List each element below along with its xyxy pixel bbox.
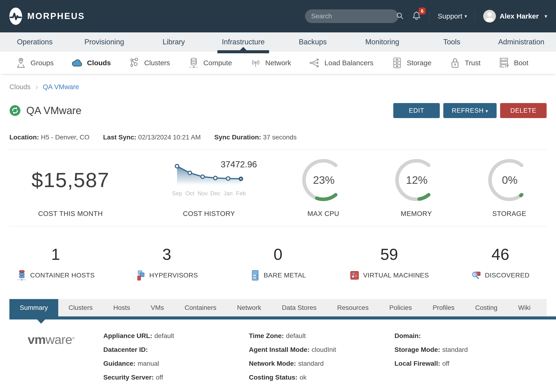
trust-icon [449, 57, 461, 69]
app-header: MORPHEUS 6 Support ▾ Alex Harker ▾ [0, 0, 556, 32]
storage-icon [391, 57, 403, 69]
subnav-item-label: Trust [465, 59, 480, 67]
subnav-item-load-balancers[interactable]: Load Balancers [309, 57, 373, 69]
tab-clusters[interactable]: Clusters [58, 299, 103, 316]
data-point-dec [214, 176, 217, 180]
nav-item-label: Provisioning [85, 38, 124, 46]
divider [429, 11, 430, 22]
search-box[interactable] [305, 9, 398, 23]
nav-item-administration[interactable]: Administration [486, 32, 556, 52]
vmware-logo: vmware® [9, 332, 103, 388]
delete-button[interactable]: DELETE [500, 103, 547, 118]
field-label: Time Zone: [249, 332, 284, 339]
discovered-icon [471, 270, 482, 281]
nav-item-operations[interactable]: Operations [0, 32, 70, 52]
active-tab-pointer [37, 319, 45, 324]
virtual-machines-icon [349, 270, 360, 281]
tab-wiki[interactable]: Wiki [508, 299, 541, 316]
count-value: 1 [51, 245, 60, 263]
subnav-item-storage[interactable]: Storage [391, 57, 431, 69]
edit-button[interactable]: EDIT [393, 103, 440, 118]
subnav-item-clusters[interactable]: Clusters [129, 57, 170, 69]
count-label: DISCOVERED [471, 270, 529, 281]
memory-gauge: 12% MEMORY [370, 151, 463, 218]
breadcrumb-clouds-link[interactable]: Clouds [9, 83, 31, 91]
field-label: Storage Mode: [394, 346, 440, 353]
tab-summary[interactable]: Summary [9, 299, 58, 316]
data-point-oct [188, 171, 192, 175]
memory-label: MEMORY [401, 210, 432, 218]
subnav-item-clouds[interactable]: Clouds [71, 57, 111, 69]
nav-item-provisioning[interactable]: Provisioning [70, 32, 139, 52]
meta-last-sync-: Last Sync:02/13/2024 10:21 AM [103, 134, 201, 141]
count-label-text: CONTAINER HOSTS [30, 272, 95, 279]
search-input[interactable] [311, 12, 396, 20]
field-costing-status-: Costing Status:ok [249, 374, 394, 381]
nav-item-label: Library [163, 38, 185, 46]
tab-resources[interactable]: Resources [327, 299, 379, 316]
nav-item-label: Monitoring [365, 38, 399, 46]
support-menu[interactable]: Support ▾ [438, 12, 467, 20]
tab-profiles[interactable]: Profiles [422, 299, 465, 316]
subnav-item-groups[interactable]: Groups [15, 57, 54, 69]
notifications-button[interactable]: 6 [412, 11, 421, 22]
nav-item-label: Operations [17, 38, 53, 46]
meta-sync-duration-: Sync Duration:37 seconds [214, 134, 297, 141]
compute-icon [188, 57, 200, 69]
nav-item-monitoring[interactable]: Monitoring [348, 32, 417, 52]
summary-column-3: Domain:Storage Mode:standardLocal Firewa… [394, 332, 540, 388]
meta-value: 37 seconds [263, 134, 297, 141]
nav-item-library[interactable]: Library [139, 32, 208, 52]
bell-icon [412, 17, 421, 21]
chevron-right-icon: › [35, 85, 38, 89]
resource-counts-row: 1CONTAINER HOSTS3HYPERVISORS0BARE METAL5… [0, 226, 556, 281]
field-appliance-url-: Appliance URL:default [103, 332, 249, 340]
count-virtual-machines: 59VIRTUAL MACHINES [334, 245, 445, 281]
page-header-row: QA VMware EDIT REFRESH▾ DELETE [9, 103, 547, 118]
svg-text:12%: 12% [406, 174, 428, 186]
refresh-button[interactable]: REFRESH▾ [443, 103, 497, 118]
field-value: default [154, 332, 174, 339]
field-label: Guidance: [103, 360, 135, 367]
field-security-server-: Security Server:off [103, 374, 249, 381]
nav-item-infrastructure[interactable]: Infrastructure [208, 32, 278, 52]
field-label: Agent Install Mode: [249, 346, 309, 353]
nav-item-backups[interactable]: Backups [278, 32, 348, 52]
summary-column-1: Appliance URL:defaultDatacenter ID:Guida… [103, 332, 249, 388]
max-cpu-label: MAX CPU [307, 210, 339, 218]
breadcrumb-current: QA VMware [43, 83, 79, 91]
breadcrumb: Clouds › QA VMware [9, 83, 547, 91]
count-container-hosts: 1CONTAINER HOSTS [0, 245, 111, 281]
avatar [483, 10, 496, 23]
brand-name: MORPHEUS [27, 11, 85, 21]
field-value: manual [138, 360, 159, 367]
tab-data-stores[interactable]: Data Stores [271, 299, 327, 316]
tab-hosts[interactable]: Hosts [103, 299, 141, 316]
cost-this-month-stat: $15,587 COST THIS MONTH [0, 151, 141, 218]
brand[interactable]: MORPHEUS [9, 7, 85, 25]
chart-peak-value: 37472.96 [221, 160, 257, 169]
field-value: ok [300, 374, 307, 381]
stats-row: $15,587 COST THIS MONTH 37472.96 SepOctN… [0, 151, 556, 218]
field-local-firewall-: Local Firewall:off [394, 360, 540, 367]
search-icon[interactable] [396, 12, 404, 21]
field-value: off [156, 374, 163, 381]
field-label: Local Firewall: [394, 360, 440, 367]
user-menu[interactable]: Alex Harker ▾ [483, 10, 547, 23]
nav-item-tools[interactable]: Tools [417, 32, 486, 52]
subnav-item-compute[interactable]: Compute [188, 57, 232, 69]
tab-vms[interactable]: VMs [140, 299, 174, 316]
tab-network[interactable]: Network [227, 299, 271, 316]
detail-tabs: SummaryClustersHostsVMsContainersNetwork… [0, 299, 556, 319]
subnav-item-trust[interactable]: Trust [449, 57, 480, 69]
tab-policies[interactable]: Policies [379, 299, 422, 316]
subnav-item-label: Boot [514, 59, 529, 67]
count-label: CONTAINER HOSTS [17, 270, 95, 281]
count-hypervisors: 3HYPERVISORS [111, 245, 223, 281]
tab-costing[interactable]: Costing [465, 299, 508, 316]
bare-metal-icon [250, 270, 260, 281]
tab-containers[interactable]: Containers [174, 299, 227, 316]
load-balancers-icon [309, 57, 321, 69]
subnav-item-boot[interactable]: Boot [498, 57, 529, 69]
subnav-item-network[interactable]: Network [250, 57, 291, 69]
